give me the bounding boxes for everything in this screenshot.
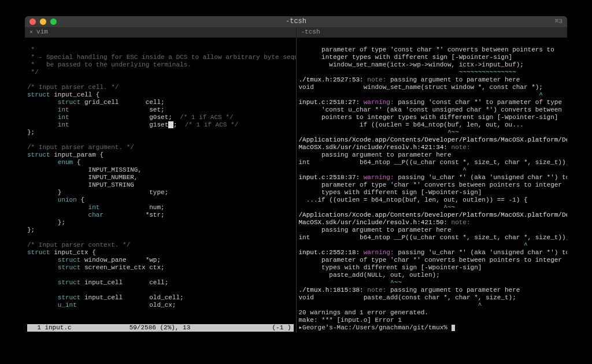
code-line: enum { — [27, 159, 80, 166]
code-line: * - Special handling for ESC inside a DC… — [27, 54, 297, 61]
shell-pane[interactable]: parameter of type 'const char *' convert… — [297, 38, 568, 333]
output-line: 20 warnings and 1 error generated. — [299, 309, 428, 316]
output-line: 'const u_char *' (aka 'const unsigned ch… — [299, 106, 562, 113]
output-line: ...if ((outlen = b64_ntop(buf, len, out,… — [299, 196, 528, 203]
code-line: struct input_cell cell; — [27, 279, 168, 286]
tab-vim[interactable]: ✕ vim — [25, 27, 297, 38]
output-line: make: *** [input.o] Error 1 — [299, 317, 402, 324]
code-line: * be passed to the underlying terminals. — [27, 61, 191, 68]
window-title: -tcsh — [286, 18, 306, 25]
close-tab-icon[interactable]: ✕ — [29, 28, 33, 36]
output-line: MacOSX.sdk/usr/include/resolv.h:421:50: … — [299, 219, 471, 226]
status-right: (-1 ) — [272, 324, 291, 332]
vim-pane[interactable]: * * - Special handling for ESC inside a … — [25, 38, 297, 333]
status-filename: 1 input.c — [29, 324, 72, 332]
window-shortcut-indicator: ⌘3 — [555, 18, 563, 25]
output-line: ./tmux.h:2527:53: note: passing argument… — [299, 76, 520, 83]
output-line: /Applications/Xcode.app/Contents/Develop… — [299, 211, 568, 218]
code-line: } type; — [27, 189, 168, 196]
cursor-icon — [452, 325, 455, 331]
caret-line: ^ — [299, 242, 528, 248]
caret-line: ^~~ — [299, 279, 402, 286]
output-line: if ((outlen = b64_ntop(buf, len, out, ou… — [299, 121, 524, 128]
code-line: struct screen_write_ctx ctx; — [27, 264, 165, 271]
code-line: }; — [27, 226, 35, 233]
caret-line: ^ — [299, 302, 482, 309]
code-line: */ — [27, 69, 39, 76]
caret-line: ^~~ — [299, 204, 456, 211]
output-line: passing argument to parameter here — [299, 151, 452, 158]
tab-tcsh[interactable]: -tcsh — [297, 27, 568, 38]
code-line: struct input_ctx { — [27, 249, 96, 256]
output-line: /Applications/Xcode.app/Contents/Develop… — [299, 136, 568, 143]
caret-line: ^ — [299, 166, 467, 173]
code-line: struct input_cell old_cell; — [27, 294, 184, 301]
output-line: passing argument to parameter here — [299, 226, 452, 233]
caret-line: ^~~ — [299, 129, 459, 136]
code-line: * — [27, 46, 35, 53]
status-position: 59/2586 (2%), 13 — [130, 324, 191, 332]
minimize-icon[interactable] — [40, 18, 46, 25]
output-line: input.c:2518:37: warning: passing 'u_cha… — [299, 174, 568, 181]
code-line: /* Input parser cell. */ — [27, 84, 119, 91]
output-line: input.c:2552:18: warning: passing 'u_cha… — [299, 249, 568, 256]
output-line: types with different sign [-Wpointer-sig… — [299, 264, 482, 271]
code-line: struct input_cell { — [27, 91, 99, 98]
output-line: int b64_ntop __P((u_char const *, size_t… — [299, 234, 568, 241]
code-line: INPUT_STRING — [27, 181, 134, 188]
output-line: input.c:2518:27: warning: passing 'const… — [299, 99, 563, 106]
terminal-window: -tcsh ⌘3 ✕ vim -tcsh * * - Special handl… — [25, 16, 567, 333]
output-line: void paste_add(const char *, char *, siz… — [299, 294, 516, 301]
cursor-icon — [168, 121, 173, 128]
output-line: integer types with different sign [-Wpoi… — [299, 54, 513, 61]
code-line: int set; — [27, 106, 165, 113]
tab-bar: ✕ vim -tcsh — [25, 27, 567, 38]
tab-label: vim — [36, 28, 48, 36]
output-line: ./tmux.h:1815:38: note: passing argument… — [299, 287, 520, 294]
output-line: parameter of type 'const char *' convert… — [299, 46, 554, 53]
vim-buffer[interactable]: * * - Special handling for ESC inside a … — [27, 39, 294, 324]
traffic-lights — [29, 18, 57, 25]
code-line: /* Input parser argument. */ — [27, 144, 134, 151]
tab-label: -tcsh — [301, 28, 320, 36]
shell-prompt[interactable]: ▸George's-Mac:/Users/gnachman/git/tmux% — [299, 324, 455, 331]
output-line: int b64_ntop __P((u_char const *, size_t… — [299, 159, 568, 166]
zoom-icon[interactable] — [50, 18, 57, 25]
caret-line: ^ — [299, 91, 543, 98]
code-line: INPUT_MISSING, — [27, 166, 142, 173]
code-line: struct input_param { — [27, 151, 103, 158]
output-line: MacOSX.sdk/usr/include/resolv.h:421:34: … — [299, 144, 471, 151]
code-line: u_int old_cx; — [27, 302, 176, 309]
code-line: int g1set ; /* 1 if ACS */ — [27, 121, 238, 128]
code-line: int g0set; /* 1 if ACS */ — [27, 114, 233, 121]
output-line: pointers to integer types with different… — [299, 114, 558, 121]
code-line: struct window_pane *wp; — [27, 257, 161, 263]
output-line: parameter of type 'char *' converts betw… — [299, 181, 562, 188]
code-line: char *str; — [27, 211, 165, 218]
output-line: parameter of type 'char *' converts betw… — [299, 257, 562, 263]
vim-status-bar: 1 input.c 59/2586 (2%), 13 (-1 ) — [27, 324, 294, 332]
close-icon[interactable] — [29, 18, 36, 25]
output-line: paste_add(NULL, out, outlen); — [299, 272, 440, 278]
titlebar[interactable]: -tcsh ⌘3 — [25, 16, 567, 27]
code-line: INPUT_NUMBER, — [27, 174, 138, 181]
output-line: void window_set_name(struct window *, co… — [299, 84, 543, 91]
code-line: /* Input parser context. */ — [27, 242, 130, 248]
code-line: union { — [27, 196, 84, 203]
code-line: int num; — [27, 204, 165, 211]
code-line: }; — [27, 129, 35, 136]
code-line: }; — [27, 219, 65, 226]
caret-line: ~~~~~~~~~~~~~~~ — [299, 69, 516, 76]
split-content: * * - Special handling for ESC inside a … — [25, 38, 567, 333]
output-line: types with different sign [-Wpointer-sig… — [299, 189, 482, 196]
code-line: struct grid_cell cell; — [27, 99, 165, 106]
output-line: window_set_name(ictx->wp->window, ictx->… — [299, 61, 524, 68]
